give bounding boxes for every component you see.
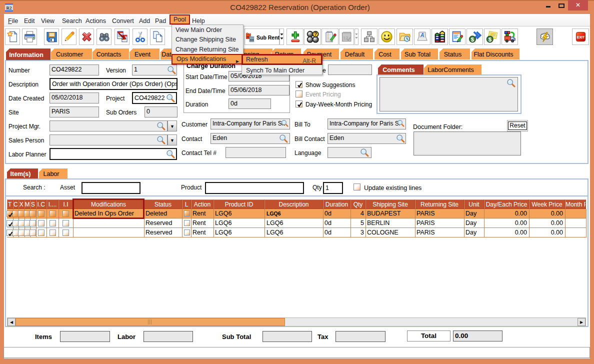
svg-text:A: A — [420, 32, 424, 38]
svg-text:EXIT: EXIT — [576, 36, 584, 39]
svg-text:$: $ — [488, 36, 492, 42]
svg-text:?: ? — [314, 32, 317, 37]
svg-text:$: $ — [471, 36, 474, 42]
svg-text:R2: R2 — [6, 6, 12, 10]
